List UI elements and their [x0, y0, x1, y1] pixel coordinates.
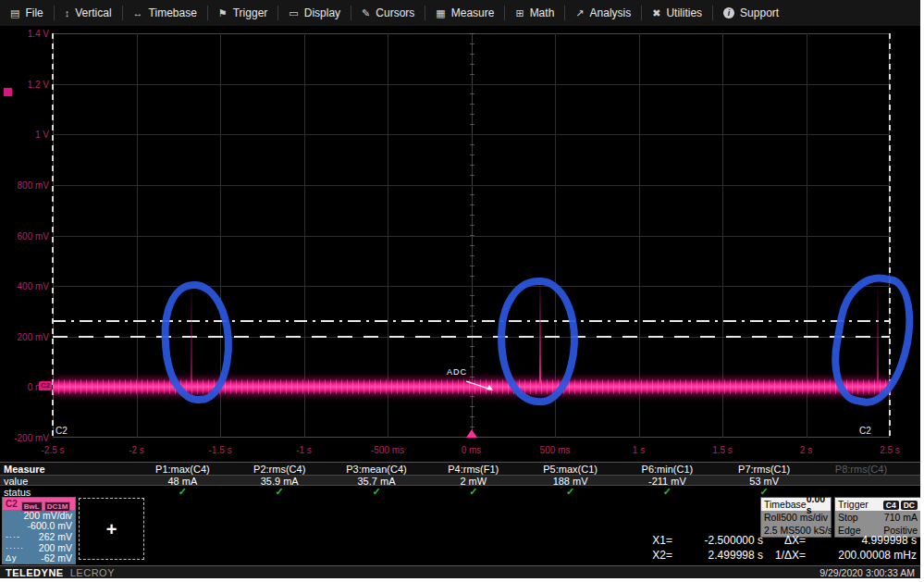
trigger-source-badge-c4: C4: [883, 501, 899, 510]
bottom-panel: C2 BwLDC1M 200 mV/div-600.0 mV-··-262 mV…: [0, 497, 920, 565]
measure-param-cell[interactable]: P7:rms(C1): [716, 464, 813, 475]
brand-logo: TELEDYNE LECROY: [6, 567, 115, 578]
y-axis-label: 1.4 V: [0, 29, 49, 39]
channel-readout-value: 262 mV: [39, 531, 72, 542]
datetime-display: 9/29/2020 3:00:33 AM: [819, 567, 915, 578]
dx-label: ΔX=: [763, 534, 809, 547]
menu-item-utilities[interactable]: ✖Utilities: [642, 0, 712, 26]
display-icon: ▭: [289, 8, 298, 19]
linestyle-symbol: -··-: [6, 532, 20, 541]
menu-item-trigger[interactable]: ⚑Trigger: [208, 0, 277, 26]
status-bar: TELEDYNE LECROY 9/29/2020 3:00:33 AM: [0, 565, 920, 578]
channel-readout-value: 200 mV: [39, 542, 72, 553]
measure-value-row: value48 mA35.9 mA35.7 mA2 mW188 mV-211 m…: [0, 475, 920, 486]
channel-readout-row: ·····200 mV: [3, 542, 75, 553]
menu-item-file[interactable]: ▤File: [0, 0, 54, 26]
channel-readout-row: 200 mV/div: [3, 510, 75, 521]
invdx-value: 200.00008 mHz: [809, 549, 917, 562]
measure-param-cell[interactable]: P2:rms(C4): [231, 464, 328, 475]
menu-item-math[interactable]: ⊞Math: [505, 0, 564, 26]
y-axis-label: 400 mV: [0, 281, 49, 291]
trigger-icon: ⚑: [218, 8, 228, 19]
waveform-display: 1.4 V1.2 V1 V800 mV600 mV400 mV200 mV0 m…: [0, 27, 920, 462]
plus-icon: +: [106, 520, 117, 539]
linestyle-symbol: Δy: [6, 553, 18, 563]
menu-item-label: Support: [740, 6, 779, 19]
measure-param-cell[interactable]: P1:max(C4): [134, 464, 231, 475]
x1-label: X1=: [643, 534, 676, 547]
timebase-descriptor[interactable]: Timebase 0.00 s Roll500 ms/div2.5 MS500 …: [760, 497, 832, 538]
value-row-label: value: [0, 476, 134, 487]
invdx-label: 1/ΔX=: [763, 549, 809, 562]
channel-readout-row: -600.0 mV: [3, 521, 75, 532]
dx-value: 4.999998 s: [809, 534, 917, 547]
menu-item-display[interactable]: ▭Display: [278, 0, 351, 26]
trigger-descriptor[interactable]: Trigger C4DC Stop710 mAEdgePositive: [834, 497, 920, 538]
add-trace-button[interactable]: +: [79, 498, 144, 560]
measure-icon: ▦: [436, 8, 445, 19]
c2-ground-marker: C2: [39, 381, 52, 390]
timebase-icon: ↔: [133, 8, 143, 19]
trigger-level-marker[interactable]: [4, 88, 12, 96]
trigger-row: Stop710 mA: [835, 511, 920, 524]
menu-item-measure[interactable]: ▦Measure: [425, 0, 504, 26]
menu-bar: ▤File↕Vertical↔Timebase⚑Trigger▭Display✎…: [0, 0, 920, 27]
cursors-icon: ✎: [362, 8, 370, 19]
brand-teledyne: TELEDYNE: [6, 567, 64, 578]
support-icon: i: [723, 7, 734, 19]
menu-item-support[interactable]: iSupport: [713, 0, 789, 26]
menu-item-cursors[interactable]: ✎Cursors: [351, 0, 425, 26]
cursor-readout: X1= -2.500000 s ΔX= 4.999998 s X2= 2.499…: [643, 534, 917, 562]
gridline-horizontal: [53, 84, 890, 85]
screenshot-frame: ▤File↕Vertical↔Timebase⚑Trigger▭Display✎…: [0, 0, 924, 582]
channel-c2-label: C2: [4, 499, 19, 509]
oscilloscope-app: ▤File↕Vertical↔Timebase⚑Trigger▭Display✎…: [0, 0, 920, 578]
menu-item-label: Math: [530, 6, 555, 19]
measure-param-cell[interactable]: P6:min(C1): [619, 464, 716, 475]
x-axis-label: -1 s: [296, 445, 312, 455]
utilities-icon: ✖: [652, 8, 660, 19]
x-axis-label: 1.5 s: [712, 445, 733, 455]
measure-param-cell[interactable]: P3:mean(C4): [328, 464, 425, 475]
x-axis-label: 500 ms: [540, 445, 571, 455]
x1-value: -2.500000 s: [676, 534, 763, 547]
menu-item-label: File: [25, 6, 43, 19]
analysis-icon: ↗: [575, 8, 584, 19]
channel-readout-value: 200 mV/div: [23, 510, 72, 521]
y-axis-label: 200 mV: [0, 331, 49, 341]
trigger-time-marker[interactable]: [466, 429, 477, 438]
measure-row-label: Measure: [0, 464, 134, 475]
x-axis-label: 2 s: [800, 445, 812, 455]
x-axis-label: -2 s: [129, 445, 144, 455]
menu-item-label: Measure: [451, 6, 495, 19]
timebase-row: Roll500 ms/div: [761, 511, 831, 524]
channel-c2-readouts: 200 mV/div-600.0 mV-··-262 mV·····200 mV…: [3, 510, 75, 563]
x-axis-label: 2.5 s: [880, 445, 900, 455]
x-axis-label: -500 ms: [371, 445, 404, 455]
channel-readout-row: -··-262 mV: [3, 531, 75, 542]
measure-param-cell[interactable]: P8:rms(C4): [813, 464, 910, 475]
measure-param-cell[interactable]: P5:max(C1): [522, 464, 619, 475]
channel-readout-value: -62 mV: [41, 552, 72, 563]
timebase-readouts: Roll500 ms/div2.5 MS500 kS/s: [761, 511, 831, 537]
y-axis-label: 600 mV: [0, 230, 49, 241]
adc-annotation-pointer: [465, 378, 497, 397]
timebase-row-right: 500 ms/div: [781, 512, 828, 523]
measure-param-cell[interactable]: P4:rms(F1): [425, 464, 522, 475]
menu-item-label: Cursors: [376, 6, 414, 19]
cursor-x1-line[interactable]: [52, 33, 54, 438]
timebase-header: Timebase 0.00 s: [761, 498, 831, 511]
menu-item-vertical[interactable]: ↕Vertical: [55, 0, 122, 26]
timebase-title: Timebase: [764, 499, 807, 510]
adc-annotation-label: ADC: [447, 367, 467, 377]
menu-item-label: Utilities: [666, 6, 702, 19]
brand-lecroy: LECROY: [70, 567, 115, 578]
x2-label: X2=: [643, 549, 676, 562]
channel-c2-header[interactable]: C2 BwLDC1M: [3, 498, 75, 510]
menu-item-analysis[interactable]: ↗Analysis: [565, 0, 641, 26]
gridline-horizontal: [53, 134, 890, 135]
menu-item-label: Trigger: [233, 6, 268, 19]
channel-c2-descriptor[interactable]: C2 BwLDC1M 200 mV/div-600.0 mV-··-262 mV…: [2, 497, 76, 564]
menu-item-label: Display: [304, 6, 340, 19]
menu-item-timebase[interactable]: ↔Timebase: [123, 0, 207, 26]
